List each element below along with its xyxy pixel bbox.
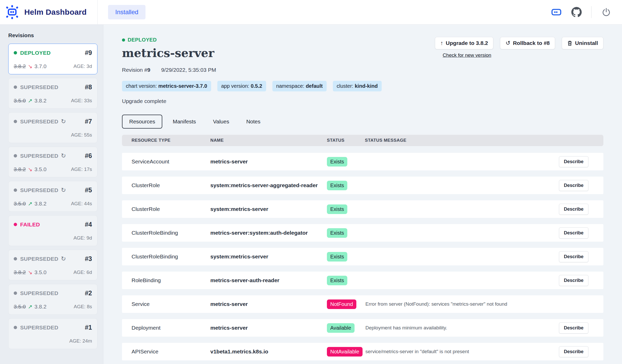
revision-status-label: SUPERSEDED — [20, 153, 58, 159]
tab-values[interactable]: Values — [206, 115, 236, 128]
revision-age: AGE: 24m — [69, 338, 92, 344]
resource-type-cell: RoleBinding — [132, 277, 210, 283]
revision-card[interactable]: SUPERSEDED↻#33.8.2↘3.5.0AGE: 6d — [8, 250, 97, 280]
revision-card[interactable]: SUPERSEDED↻#53.5.0↗3.8.2AGE: 44s — [8, 181, 97, 212]
release-chip: namespace: default — [272, 81, 327, 91]
revision-card[interactable]: SUPERSEDED#83.5.0↗3.8.2AGE: 33s — [8, 78, 97, 109]
revision-number: #9 — [85, 49, 92, 57]
revision-number: #1 — [85, 324, 92, 331]
tab-resources[interactable]: Resources — [122, 115, 162, 129]
revision-card[interactable]: FAILED#4AGE: 9d — [8, 215, 97, 246]
down-arrow-icon: ↘ — [28, 269, 33, 275]
release-timestamp: 9/29/2022, 5:35:03 PM — [161, 67, 216, 73]
revision-card-bottom: AGE: 55s — [14, 132, 92, 138]
up-arrow-icon: ↗ — [28, 201, 33, 207]
revision-status-label: SUPERSEDED — [20, 118, 58, 125]
release-chips: chart version: metrics-server-3.7.0app v… — [122, 81, 603, 91]
status-cell: Exists — [327, 276, 365, 285]
status-cell: Exists — [327, 228, 365, 238]
uninstall-button[interactable]: Uninstall — [562, 37, 603, 49]
upgrade-button[interactable]: ↑ Upgrade to 3.8.2 — [435, 37, 493, 49]
describe-button[interactable]: Describe — [559, 180, 588, 191]
revision-card-bottom: 3.5.0↗3.8.2AGE: 8s — [14, 304, 92, 310]
resource-name-cell: metrics-server:system:auth-delegator — [210, 230, 327, 236]
actions-cell: Describe — [564, 227, 603, 239]
revision-card[interactable]: DEPLOYED#93.8.2↘3.7.0AGE: 3d — [8, 44, 97, 74]
revision-number: #7 — [85, 118, 92, 125]
actions-cell: Describe — [564, 156, 603, 167]
table-row: RoleBindingmetrics-server-auth-readerExi… — [122, 272, 603, 289]
column-header: STATUS MESSAGE — [365, 138, 564, 143]
check-new-version-link[interactable]: Check for new version — [443, 52, 491, 58]
describe-button[interactable]: Describe — [559, 322, 588, 334]
revision-card-bottom: 3.8.2↘3.5.0AGE: 17s — [14, 166, 92, 172]
version-change: 3.5.0↗3.8.2 — [14, 304, 47, 310]
down-arrow-icon: ↘ — [28, 63, 33, 69]
tab-installed[interactable]: Installed — [108, 5, 145, 19]
describe-button[interactable]: Describe — [559, 204, 588, 215]
revision-age: AGE: 17s — [71, 167, 92, 172]
revision-card-top: SUPERSEDED↻#6 — [14, 152, 92, 160]
resources-table: RESOURCE TYPENAMESTATUSSTATUS MESSAGE Se… — [122, 135, 603, 360]
revision-number: #2 — [85, 289, 92, 297]
release-status: DEPLOYED — [122, 37, 216, 43]
status-cell: Exists — [327, 252, 365, 262]
table-row: ClusterRolesystem:metrics-server-aggrega… — [122, 177, 603, 194]
resource-name-cell: system:metrics-server — [210, 206, 327, 212]
resource-type-cell: APIService — [132, 349, 210, 355]
page-title: metrics-server — [122, 46, 216, 60]
revision-age: AGE: 8s — [74, 304, 92, 310]
revision-card-top: SUPERSEDED↻#3 — [14, 255, 92, 263]
power-icon[interactable] — [601, 7, 612, 18]
revision-card-top: SUPERSEDED#1 — [14, 324, 92, 331]
tab-bar: ResourcesManifestsValuesNotes — [122, 115, 603, 129]
app-switcher-icon[interactable] — [551, 7, 562, 18]
describe-button[interactable]: Describe — [559, 251, 588, 262]
describe-button[interactable]: Describe — [559, 275, 588, 286]
up-arrow-icon: ↗ — [28, 304, 33, 310]
revision-number: #3 — [85, 255, 92, 263]
table-row: ClusterRoleBindingsystem:metrics-serverE… — [122, 248, 603, 265]
rollback-button[interactable]: ↺ Rollback to #8 — [500, 37, 555, 49]
revision-age: AGE: 3d — [73, 64, 92, 69]
release-chip: app version: 0.5.2 — [217, 81, 266, 91]
resource-type-cell: Deployment — [132, 325, 210, 331]
status-cell: NotFound — [327, 299, 365, 309]
describe-button[interactable]: Describe — [559, 156, 588, 167]
github-icon[interactable] — [571, 7, 582, 18]
column-header: RESOURCE TYPE — [132, 138, 210, 143]
revision-age: AGE: 55s — [71, 132, 92, 138]
revision-status-label: SUPERSEDED — [20, 84, 58, 90]
resource-name-cell: metrics-server-auth-reader — [210, 277, 327, 283]
revision-card[interactable]: SUPERSEDED↻#7AGE: 55s — [8, 112, 97, 143]
old-version: 3.8.2 — [14, 269, 26, 275]
revision-card[interactable]: SUPERSEDED#1AGE: 24m — [8, 318, 97, 349]
revision-card[interactable]: SUPERSEDED#23.5.0↗3.8.2AGE: 8s — [8, 284, 97, 315]
status-message-cell: Deployment has minimum availability. — [365, 325, 564, 331]
describe-button[interactable]: Describe — [559, 346, 588, 357]
table-row: ServiceAccountmetrics-serverExistsDescri… — [122, 153, 603, 170]
new-version: 3.5.0 — [34, 269, 47, 275]
revision-card[interactable]: SUPERSEDED↻#63.8.2↘3.5.0AGE: 17s — [8, 147, 97, 177]
revision-card-top: SUPERSEDED↻#7 — [14, 118, 92, 125]
status-dot-icon — [122, 38, 125, 42]
reload-icon: ↻ — [61, 187, 66, 194]
revision-number: #8 — [85, 83, 92, 91]
revision-list: DEPLOYED#93.8.2↘3.7.0AGE: 3dSUPERSEDED#8… — [8, 44, 97, 349]
actions-cell: Describe — [564, 346, 603, 357]
resource-type-cell: Service — [132, 301, 210, 307]
status-dot-icon — [14, 51, 17, 54]
tab-manifests[interactable]: Manifests — [166, 115, 203, 128]
revision-label: Revision #9 — [122, 67, 150, 73]
revision-status-label: FAILED — [20, 221, 40, 228]
version-change: 3.8.2↘3.7.0 — [14, 63, 47, 69]
describe-button[interactable]: Describe — [559, 227, 588, 239]
column-header: STATUS — [327, 138, 365, 143]
tab-notes[interactable]: Notes — [240, 115, 267, 128]
new-version: 3.8.2 — [34, 98, 47, 104]
revision-age: AGE: 44s — [71, 201, 92, 207]
release-chip: cluster: kind-kind — [333, 81, 382, 91]
release-status-label: DEPLOYED — [128, 37, 157, 43]
revision-status-label: SUPERSEDED — [20, 290, 58, 296]
table-body: ServiceAccountmetrics-serverExistsDescri… — [122, 153, 603, 360]
